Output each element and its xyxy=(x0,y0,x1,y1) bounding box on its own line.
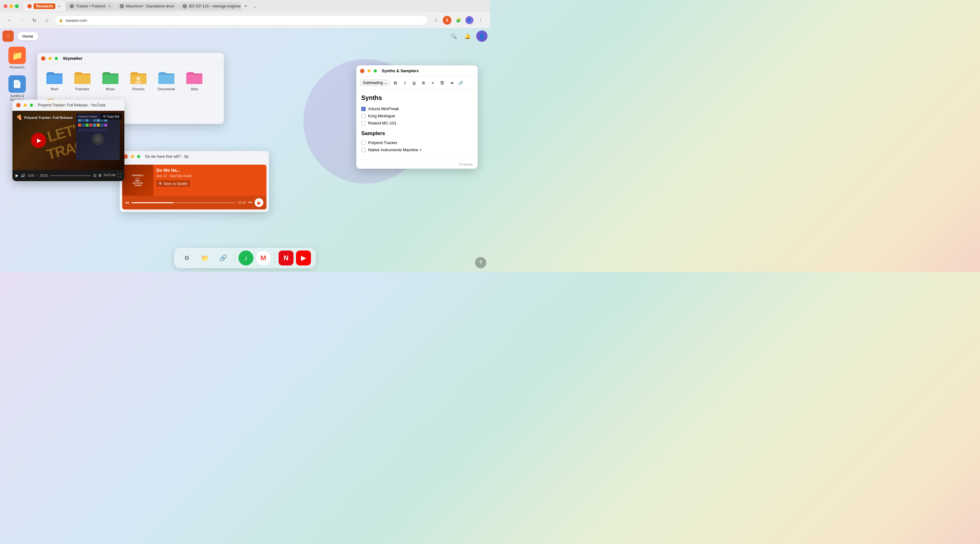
skywalker-minimize-button[interactable] xyxy=(48,57,52,60)
copy-link-button[interactable]: ⧉ Copy link xyxy=(101,113,122,120)
notifications-icon[interactable]: 🔔 xyxy=(463,31,473,41)
checkbox-polyend[interactable] xyxy=(361,141,366,145)
youtube-controls: ▶ 🔊 0:00 / 30:03 ⊡ ⚙ YouTube ⛶ xyxy=(13,170,124,181)
dock-item-spotify[interactable]: ♪ xyxy=(239,250,253,265)
checkbox-minifreak[interactable]: ✓ xyxy=(361,107,366,111)
youtube-play-control[interactable]: ▶ xyxy=(16,173,18,178)
tab-close-research[interactable]: ✕ xyxy=(57,4,62,8)
link-button[interactable]: 🔗 xyxy=(457,79,465,86)
more-options-icon[interactable]: ⋮ xyxy=(476,16,485,25)
skywalker-close-button[interactable] xyxy=(41,56,45,61)
dock-item-settings[interactable]: ⚙ xyxy=(179,250,195,266)
dock-item-files[interactable]: 📁 xyxy=(197,250,213,266)
close-window-button[interactable] xyxy=(4,4,8,8)
spotify-play-button[interactable]: ▶ xyxy=(255,198,263,207)
dock-item-links[interactable]: 🔗 xyxy=(215,250,231,266)
tab-ep133[interactable]: ÆO EP-133 – teenage engineerin... ✕ xyxy=(179,2,241,10)
youtube-window: Polyend Tracker: Full Release - YouTube … xyxy=(13,100,124,181)
bookmark-icon[interactable]: ☆ xyxy=(431,16,440,25)
spotify-save-button[interactable]: ⊕ Save on Spotify xyxy=(156,180,190,187)
notes-toolbar: Subheading ⌄ B I U S ≡ ☰ ⇥ 🔗 xyxy=(356,77,477,89)
spotify-previous-icon[interactable]: ⏮ xyxy=(125,200,129,205)
user-avatar[interactable]: 👤 xyxy=(476,30,487,42)
synth-item-minifreak: ✓ Arturia MiniFreak xyxy=(361,107,473,111)
svg-point-1 xyxy=(135,81,142,84)
refresh-button[interactable]: ↻ xyxy=(30,16,38,25)
youtube-video-bg: LET'STRACK Polyend Tracker xyxy=(13,111,124,170)
svg-point-0 xyxy=(137,77,140,80)
notes-window: Synths & Samplers Subheading ⌄ B I U S ≡… xyxy=(356,65,477,169)
home-button-desktop[interactable]: Home xyxy=(18,32,38,40)
folder-work[interactable]: Work xyxy=(43,70,65,91)
youtube-settings-icon[interactable]: ⚙ xyxy=(98,173,102,178)
sava-icon[interactable]: S xyxy=(443,16,452,25)
spotify-titlebar: Do we have free will? - Sp xyxy=(120,151,269,162)
sampler-label-polyend: Polyend Tracker xyxy=(368,140,397,145)
notes-close-button[interactable] xyxy=(360,69,364,73)
youtube-volume-icon[interactable]: 🔊 xyxy=(21,173,25,178)
strikethrough-button[interactable]: S xyxy=(420,79,427,86)
folder-pictures[interactable]: Pictures xyxy=(127,70,149,91)
extensions-icon[interactable]: 🧩 xyxy=(454,16,463,25)
underline-button[interactable]: U xyxy=(410,79,418,86)
minimize-window-button[interactable] xyxy=(10,4,13,8)
tab-research[interactable]: Research ✕ xyxy=(24,2,65,11)
youtube-play-button[interactable]: ▶ xyxy=(31,133,46,148)
tab-list-button[interactable]: ⌄ xyxy=(251,2,259,11)
format-select[interactable]: Subheading ⌄ xyxy=(360,79,390,86)
spotify-more-options[interactable]: ••• xyxy=(248,200,252,205)
dock-item-youtube[interactable]: ▶ xyxy=(296,250,311,265)
dock-item-gmail[interactable]: M xyxy=(256,250,271,265)
word-count: 14 words xyxy=(458,163,473,166)
tab-tracker[interactable]: Tracker • Polyend ✕ xyxy=(66,2,115,10)
notes-maximize-button[interactable] xyxy=(374,69,377,72)
checkbox-mc101[interactable] xyxy=(361,121,366,125)
folder-music[interactable]: Music xyxy=(100,70,121,91)
tab-close-maschine[interactable]: ✕ xyxy=(176,4,178,8)
folder-pictures-icon xyxy=(130,70,147,85)
folder-sites[interactable]: Sites xyxy=(183,70,205,91)
tab-close-tracker[interactable]: ✕ xyxy=(107,4,111,8)
youtube-video[interactable]: LET'STRACK Polyend Tracker xyxy=(13,111,124,170)
notes-minimize-button[interactable] xyxy=(368,69,371,72)
youtube-progress-bar[interactable] xyxy=(50,175,91,176)
spotify-progress-bar[interactable] xyxy=(132,202,235,203)
forward-button[interactable]: → xyxy=(18,16,26,25)
youtube-minimize-button[interactable] xyxy=(24,104,27,107)
dock-item-netflix[interactable]: N xyxy=(278,250,293,265)
new-tab-button[interactable]: + xyxy=(242,2,250,11)
app-logo[interactable]: ○ xyxy=(3,30,14,42)
maximize-window-button[interactable] xyxy=(15,4,19,8)
desktop-icon-research-label: Research xyxy=(10,65,24,69)
tab-favicon-research xyxy=(27,4,32,8)
spotify-minimize-button[interactable] xyxy=(131,155,134,158)
search-icon[interactable]: 🔍 xyxy=(449,31,459,41)
profile-avatar[interactable]: 👤 xyxy=(465,16,474,25)
skywalker-titlebar: Skywalker xyxy=(37,53,224,64)
ordered-list-button[interactable]: ≡ xyxy=(429,79,436,86)
back-button[interactable]: ← xyxy=(5,16,14,25)
checkbox-native[interactable] xyxy=(361,148,366,152)
indent-button[interactable]: ⇥ xyxy=(448,79,455,86)
youtube-captions-icon[interactable]: ⊡ xyxy=(93,173,96,178)
youtube-close-button[interactable] xyxy=(16,103,21,107)
home-button[interactable]: ⌂ xyxy=(42,16,51,25)
youtube-maximize-button[interactable] xyxy=(30,104,33,107)
address-bar[interactable]: 🔒 savaos.com xyxy=(55,15,428,25)
skywalker-maximize-button[interactable] xyxy=(55,57,58,60)
checkbox-minilogue[interactable] xyxy=(361,114,366,118)
desktop-icon-research[interactable]: 📁 Research xyxy=(6,47,28,69)
folder-documents[interactable]: Documents xyxy=(156,70,177,91)
help-button[interactable]: ? xyxy=(475,257,486,268)
italic-button[interactable]: I xyxy=(401,79,409,86)
tab-favicon-maschine xyxy=(120,4,124,8)
spotify-maximize-button[interactable] xyxy=(137,155,140,158)
unordered-list-button[interactable]: ☰ xyxy=(438,79,446,86)
folder-work-label: Work xyxy=(50,87,58,91)
folder-podcasts[interactable]: Podcasts xyxy=(72,70,93,91)
tab-maschine[interactable]: Maschine+: Standalone drum ✕ xyxy=(116,2,178,10)
album-text-startalk: STARTALK xyxy=(132,174,144,177)
bold-button[interactable]: B xyxy=(392,79,399,86)
desktop-icon-synths[interactable]: 📄 Synths &Samplers xyxy=(6,75,28,102)
youtube-fullscreen-icon[interactable]: ⛶ xyxy=(118,173,121,178)
